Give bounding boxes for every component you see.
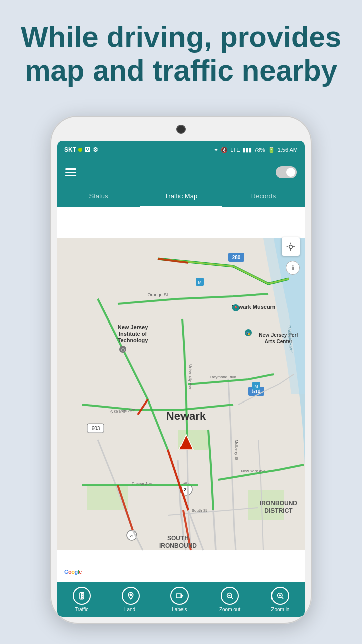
svg-point-47 [81, 595, 82, 596]
map-info-button[interactable]: ℹ [286, 261, 300, 275]
zoom-out-icon [221, 587, 239, 605]
svg-text:New York Ave: New York Ave [241, 469, 266, 473]
svg-text:Institute of: Institute of [119, 331, 147, 337]
nav-traffic[interactable]: Traffic [73, 587, 91, 612]
map-container[interactable]: 280 510 603 21 21 M M [57, 207, 305, 582]
app-bar [57, 159, 305, 185]
landmark-icon [122, 587, 140, 605]
svg-line-54 [231, 597, 233, 598]
svg-text:M: M [254, 384, 258, 389]
svg-rect-51 [176, 594, 181, 598]
svg-text:📍: 📍 [233, 306, 238, 311]
toggle-switch[interactable] [276, 166, 297, 178]
svg-text:Technology: Technology [118, 337, 149, 343]
svg-text:SOUTH: SOUTH [167, 535, 189, 542]
nav-landmark[interactable]: Land- [122, 587, 140, 612]
svg-text:IRONBOUND: IRONBOUND [260, 500, 297, 507]
lte-label: LTE [230, 147, 240, 153]
svg-line-58 [282, 597, 283, 598]
settings-icon: ⚙ [93, 146, 98, 153]
nav-zoom-out[interactable]: Zoom out [219, 587, 240, 612]
nav-landmark-label: Land- [124, 607, 137, 612]
svg-text:University Ave: University Ave [188, 364, 193, 390]
nav-zoom-out-label: Zoom out [219, 607, 240, 612]
location-dot [78, 148, 82, 152]
svg-text:⬡: ⬡ [121, 348, 125, 352]
bottom-navigation: Traffic Land- Labels [57, 582, 305, 617]
status-bar: SKT 🖼 ⚙ ✦ 🔇 LTE ▮▮▮ 78% 🔋 1:56 AM [57, 141, 305, 159]
svg-text:IRONBOUND: IRONBOUND [159, 542, 197, 549]
map-svg: 280 510 603 21 21 M M [57, 207, 305, 582]
battery-icon: 🔋 [268, 147, 275, 153]
svg-text:Newark: Newark [166, 410, 206, 422]
svg-text:New Jersey: New Jersey [118, 324, 148, 330]
phone-frame: SKT 🖼 ⚙ ✦ 🔇 LTE ▮▮▮ 78% 🔋 1:56 AM [50, 116, 312, 624]
bluetooth-icon: ✦ [214, 147, 218, 153]
svg-text:21: 21 [130, 534, 134, 538]
labels-icon [170, 587, 189, 605]
nav-labels-label: Labels [172, 607, 187, 612]
svg-text:Orange St: Orange St [147, 292, 168, 297]
tab-records[interactable]: Records [222, 185, 305, 207]
camera [176, 125, 186, 134]
svg-text:DISTRICT: DISTRICT [264, 507, 293, 514]
locate-me-button[interactable] [282, 237, 300, 256]
tab-bar: Status Traffic Map Records [57, 185, 305, 207]
tab-status[interactable]: Status [57, 185, 140, 207]
traffic-icon [73, 587, 91, 605]
tab-traffic-map[interactable]: Traffic Map [140, 185, 222, 207]
nav-labels[interactable]: Labels [170, 587, 189, 612]
image-icon: 🖼 [84, 146, 90, 153]
nav-zoom-in-label: Zoom in [271, 607, 289, 612]
status-right: ✦ 🔇 LTE ▮▮▮ 78% 🔋 1:56 AM [214, 147, 298, 153]
carrier-label: SKT [64, 146, 76, 153]
svg-text:Raymond Blvd: Raymond Blvd [210, 375, 236, 379]
headline-text: While driving, provides map and traffic … [15, 20, 347, 87]
svg-text:South St: South St [192, 508, 207, 513]
phone-screen: SKT 🖼 ⚙ ✦ 🔇 LTE ▮▮▮ 78% 🔋 1:56 AM [57, 141, 305, 617]
svg-text:🎭: 🎭 [246, 331, 251, 336]
headline-section: While driving, provides map and traffic … [0, 20, 362, 87]
google-logo: Google [64, 569, 82, 575]
nav-zoom-in[interactable]: Zoom in [271, 587, 289, 612]
svg-text:M: M [198, 280, 202, 285]
svg-text:603: 603 [92, 426, 100, 431]
zoom-in-icon [271, 587, 289, 605]
signal-bars-icon: ▮▮▮ [243, 147, 252, 153]
menu-button[interactable] [65, 168, 76, 176]
svg-point-50 [130, 594, 131, 595]
svg-point-45 [289, 245, 293, 249]
status-left: SKT 🖼 ⚙ [64, 146, 98, 153]
time-label: 1:56 AM [278, 147, 298, 153]
nav-traffic-label: Traffic [75, 607, 88, 612]
svg-point-46 [81, 593, 82, 594]
svg-text:280: 280 [232, 255, 241, 260]
mute-icon: 🔇 [221, 147, 228, 153]
svg-point-48 [81, 597, 82, 598]
battery-pct-label: 78% [254, 147, 265, 153]
svg-text:Mulberry St: Mulberry St [234, 440, 239, 461]
svg-text:Clinton Ave: Clinton Ave [132, 481, 152, 486]
